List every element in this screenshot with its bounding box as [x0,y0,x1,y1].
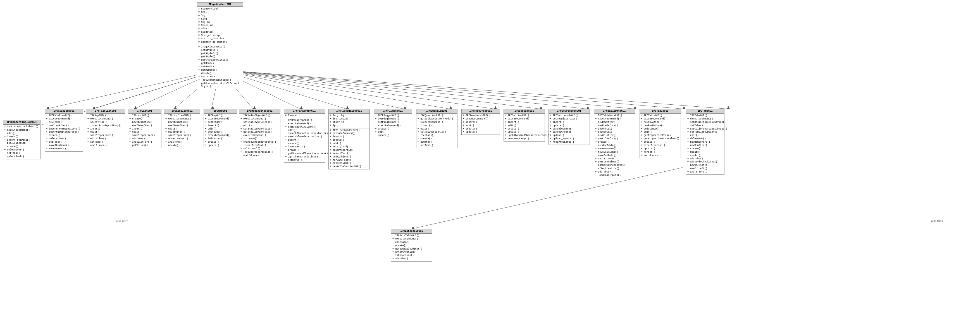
title-IPCResourcesGUI: IPCResourcesGUI [461,109,500,113]
svg-marker-28 [449,106,452,109]
methods-IPCTabsGUI: + IPCTabsGUI() + executeCommand() + setB… [686,113,724,174]
svg-line-11 [220,70,494,109]
box-IPCResourcesGUI: IPCResourcesGUI + IPCResourcesGUI() + ex… [461,109,500,135]
title-IPCMapGUI: IPCMapGUI [204,109,237,113]
svg-marker-33 [682,106,686,109]
methods-IPCDataTableGUI: + IPCDataTableGUI() + executeCommand() +… [391,233,432,261]
svg-line-1 [47,70,220,109]
svg-marker-31 [587,106,589,109]
methods-IPCSourcecodeGUI: + IPCSourcecodeGUI() + setTemplateText()… [549,113,590,144]
svg-marker-27 [404,106,406,109]
title-IPCContentIncludeGUI: IPCContentIncludeGUI [3,120,40,125]
box-IPCFileListGUI: IPCFileListGUI + IPCMapGUI() + executeCo… [86,109,125,148]
box-IPCSectionGUI: IPCSectionGUI + IPCSectionGUI() + execut… [504,109,545,141]
title-IPCFileListGUI: IPCFileListGUI [86,109,125,113]
title-IPCListGUI: IPCListGUI [128,109,161,113]
box-IPCContentIncludeGUI: IPCContentIncludeGUI + IPCContentInclude… [3,120,40,159]
title-IPCSectionGUI: IPCSectionGUI [504,109,545,113]
title-IPCMediaObjectGUI: IPCMediaObjectGUI [239,109,280,113]
svg-marker-32 [634,106,636,109]
title-IPageContentGUI: IPageContentGUI [197,3,243,7]
svg-marker-19 [47,106,49,109]
methods-IPCPluggedGUI: + IPCPluggedGUI() + setPluginName() + ge… [374,113,412,138]
methods-IPCSectionGUI: + IPCSectionGUI() + executeCommand() + i… [504,113,545,141]
title-IPCListItemGUI: IPCListItemGUI [164,109,200,113]
svg-line-13 [220,70,587,109]
svg-marker-21 [134,106,137,109]
box-IPCQuestionGUI: IPCQuestionGUI + IPCQuestionGUI() + getS… [416,109,457,148]
title-IPCTableDataGUI: IPCTableDataGUI [594,109,635,113]
connections-svg [0,0,980,309]
methods-IPCParagraphGUI: + IPCParagraphGUI() + executeCommand() +… [284,118,325,163]
methods-IPCListItemGUI: + IPCListItemGUI() + executeCommand() + … [164,113,200,148]
svg-marker-25 [300,106,303,109]
svg-marker-24 [253,106,256,109]
title-IPCSourcecodeGUI: IPCSourcecodeGUI [549,109,590,113]
fields-IPageContentGUI: # $content_obj # $tpl # $pg # $lng # $pg… [197,7,243,45]
methods-IPCTableGUI: + IPCTableGUI() + executeCommand() + new… [640,113,681,158]
svg-marker-20 [93,106,95,109]
box-IPCParagraphGUI: IPCParagraphGUI # $header + IPCParagraph… [284,109,325,163]
title-IPCQuestionGUI: IPCQuestionGUI [417,109,457,113]
box-IPCDataTableGUI-bottom: IPCDataTableGUI + IPCDataTableGUI() + ex… [391,229,432,261]
box-IPCPlaceHolderGUI: IPCPlaceHolderGUI + $org_obj + $content_… [328,109,370,170]
fields-IPCPlaceHolderGUI: + $org_obj + $content_obj + $hier_id + $… [329,113,369,128]
title-IPCDataTableGUI: IPCDataTableGUI [391,229,432,233]
box-IPCTabsGUI: IPCTabsGUI + IPCTabsGUI() + executeComma… [686,109,724,175]
title-IPCParagraphGUI: IPCParagraphGUI [284,109,325,113]
svg-line-17 [412,168,682,229]
methods-IPCFileListGUI: + IPCMapGUI() + executeCommand() + selec… [86,113,125,148]
and-more-right: and more [931,220,943,222]
svg-line-14 [220,70,634,109]
title-IPCFileItemGUI: IPCFileItemGUI [45,109,83,113]
svg-marker-22 [174,106,177,109]
methods-IPageContentGUI: + IPageContentGUI() + setStyleId() + get… [197,45,243,89]
box-IPageContentGUI: IPageContentGUI # $content_obj # $tpl # … [197,2,243,89]
svg-marker-35 [412,226,414,229]
methods-IPCContentIncludeGUI: + IPCContentIncludeGUI() + executeComman… [3,125,40,159]
methods-IPCFileItemGUI: + IPCFileItemGUI() + executeCommand() + … [45,113,83,151]
box-IPCMapGUI: IPCMapGUI + IPCMapGUI() + executeCommand… [204,109,237,148]
box-IPCFileItemGUI: IPCFileItemGUI + IPCFileItemGUI() + exec… [45,109,83,152]
svg-line-12 [220,70,539,109]
svg-marker-23 [212,106,214,109]
svg-line-10 [220,70,449,109]
title-IPCTableGUI: IPCTableGUI [640,109,681,113]
title-IPCPluggedGUI: IPCPluggedGUI [374,109,412,113]
diagram-container: IPageContentGUI # $content_obj # $tpl # … [0,0,980,309]
methods-IPCMediaObjectGUI: + IPCMediaObjectGUI() + executeCommand()… [239,113,280,158]
methods-IPCTableDataGUI: + IPCTableDataGUI() + executeCommand() +… [594,113,635,178]
box-IPCPluggedGUI: IPCPluggedGUI + IPCPluggedGUI() + setPlu… [374,109,412,138]
box-IPCListItemGUI: IPCListItemGUI + IPCListItemGUI() + exec… [164,109,200,148]
and-more-left: and more [116,220,128,223]
methods-IPCMapGUI: + IPCMapGUI() + executeCommand() + getHe… [204,113,237,148]
svg-marker-30 [539,106,542,109]
svg-marker-34 [727,106,730,109]
svg-line-9 [220,70,404,109]
fields-IPCParagraphGUI: # $header [284,113,325,118]
svg-marker-26 [346,106,349,109]
methods-IPCResourcesGUI: + IPCResourcesGUI() + executeCommand() +… [461,113,500,135]
methods-IPCPlaceHolderGUI: + IPCPlaceHolderGUI() + executeCommand()… [329,128,369,170]
methods-IPCListGUI: + IPCListGUI() + create() + newItemBefor… [128,113,161,148]
box-IPCTableDataGUI: IPCTableDataGUI + IPCTableDataGUI() + ex… [594,109,635,178]
svg-line-16 [220,70,727,109]
box-IPCTableGUI: IPCTableGUI + IPCTableGUI() + executeCom… [640,109,681,158]
box-IPCMediaObjectGUI: IPCMediaObjectGUI + IPCMediaObjectGUI() … [239,109,280,158]
title-IPCTabsGUI: IPCTabsGUI [686,109,724,113]
svg-marker-29 [494,106,497,109]
svg-line-15 [220,70,682,109]
title-IPCPlaceHolderGUI: IPCPlaceHolderGUI [329,109,369,113]
methods-IPCQuestionGUI: + IPCQuestionGUI() + getSelfAssessmentMo… [417,113,457,148]
box-IPCListGUI: IPCListGUI + IPCListGUI() + create() + n… [128,109,161,148]
box-IPCSourcecodeGUI: IPCSourcecodeGUI + IPCSourcecodeGUI() + … [549,109,590,145]
